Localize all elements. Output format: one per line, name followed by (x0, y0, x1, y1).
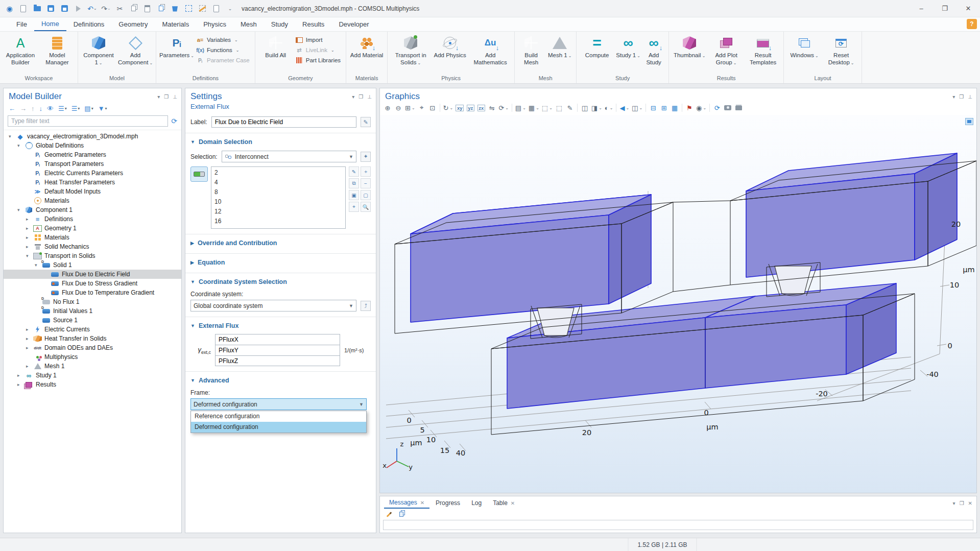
move-up-icon[interactable]: ↑ (31, 105, 35, 112)
tree-item-flux-due-to-electric-field[interactable]: Flux Due to Electric Field (4, 270, 181, 279)
flip-view-icon[interactable]: ⇋ (487, 103, 496, 113)
float-panel-icon[interactable]: ❐ (164, 94, 169, 100)
add-to-selection-icon[interactable]: ＋ (361, 166, 371, 177)
go-to-source-icon[interactable]: ⤴ (361, 301, 371, 311)
tree-item-flux-due-to-temperature-gradient[interactable]: Flux Due to Temperature Gradient (4, 288, 181, 297)
frame-option-reference[interactable]: Reference configuration (191, 411, 366, 422)
domain-list-item[interactable]: 8 (214, 187, 342, 197)
minimize-button[interactable]: – (910, 0, 933, 17)
tree-item-default-model-inputs[interactable]: Default Model Inputs (4, 187, 181, 196)
tab-log[interactable]: Log (466, 498, 487, 508)
pin-panel-icon[interactable]: ⊥ (968, 94, 972, 100)
maximize-button[interactable]: ❐ (933, 0, 957, 17)
create-selection-icon[interactable]: ✎ (349, 166, 359, 177)
tab-home[interactable]: Home (34, 17, 66, 31)
equation-header[interactable]: ▶Equation (190, 257, 371, 268)
play-menu-icon[interactable]: ◀⌄ (619, 103, 630, 113)
paste-icon[interactable] (143, 4, 152, 13)
redo-icon[interactable]: ↷⌄ (102, 4, 110, 13)
forward-icon[interactable]: → (20, 105, 27, 112)
tab-file[interactable]: File (9, 17, 34, 31)
new-file-icon[interactable] (19, 4, 28, 13)
tree-item-initial-values-1[interactable]: DInitial Values 1 (4, 306, 181, 316)
domain-list-item[interactable]: 16 (214, 217, 342, 226)
zoom-extents-icon[interactable]: ⌖ (417, 103, 426, 113)
view-yz-icon[interactable]: yz (466, 103, 475, 113)
domain-list-item[interactable]: 12 (214, 207, 342, 217)
thumbnail-button[interactable]: Thumbnail⌄ (671, 33, 708, 74)
selection-dropdown[interactable]: Interconnect▼ (222, 151, 356, 162)
mesh-1-button[interactable]: Mesh 1⌄ (545, 33, 574, 74)
clear-selection-icon[interactable]: ▢ (361, 190, 371, 200)
close-panel-icon[interactable]: ✕ (968, 500, 972, 506)
tab-mesh[interactable]: Mesh (233, 17, 264, 31)
tab-table[interactable]: Table✕ (488, 498, 520, 508)
tree-item-materials-component[interactable]: ▸Materials (4, 233, 181, 242)
run-icon[interactable] (74, 4, 83, 13)
selection-flag-icon[interactable]: ⚑ (685, 103, 694, 113)
part-libraries-button[interactable]: Part Libraries (295, 56, 341, 64)
transport-in-solids-button[interactable]: Transport in Solids⌄ (390, 33, 432, 74)
domain-list-item[interactable]: 4 (214, 178, 342, 187)
customize-toolbar-icon[interactable]: ⌄ (226, 4, 234, 13)
find-icon[interactable] (212, 4, 221, 13)
deselect-icon[interactable] (198, 4, 207, 13)
copy-icon[interactable] (397, 510, 405, 518)
flux-z-input[interactable] (215, 355, 340, 366)
tree-item-heat-transfer-parameters[interactable]: Heat Transfer Parameters (4, 178, 181, 187)
panel-menu-icon[interactable]: ▾ (953, 500, 955, 506)
tree-item-flux-due-to-stress-gradient[interactable]: Flux Due to Stress Gradient (4, 279, 181, 288)
add-study-button[interactable]: ∞↓Add Study (641, 33, 666, 74)
tree-item-electric-currents-parameters[interactable]: Electric Currents Parameters (4, 169, 181, 178)
add-plot-group-button[interactable]: Add Plot Group⌄ (708, 33, 745, 74)
flux-x-input[interactable] (215, 334, 340, 345)
tree-filter-input[interactable] (8, 115, 168, 127)
zoom-out-icon[interactable]: ⊖ (394, 103, 403, 113)
tab-study[interactable]: Study (264, 17, 295, 31)
deselect-icon[interactable]: 🔍 (361, 202, 371, 212)
move-down-icon[interactable]: ↓ (39, 105, 43, 112)
show-icon[interactable]: 👁 (47, 105, 54, 112)
box-select-icon[interactable]: ⬚ (555, 103, 564, 113)
tree-item-study-1[interactable]: ▸Study 1 (4, 371, 181, 380)
panel-menu-icon[interactable]: ▾ (157, 94, 160, 100)
pin-panel-icon[interactable]: ⊥ (173, 94, 177, 100)
active-toggle-button[interactable] (190, 166, 208, 182)
clear-icon[interactable] (385, 510, 393, 518)
rename-icon[interactable]: ✎ (361, 117, 371, 127)
tree-item-no-flux-1[interactable]: DNo Flux 1 (4, 297, 181, 306)
flux-y-input[interactable] (215, 345, 340, 355)
add-component-button[interactable]: Add Component⌄ (117, 33, 154, 74)
update-view-icon[interactable]: ⟳ (712, 103, 722, 113)
select-menu-icon[interactable]: ⬚⌄ (541, 103, 553, 113)
center-view-icon[interactable]: ⊡ (428, 103, 437, 113)
tree-item-multiphysics[interactable]: Multiphysics (4, 352, 181, 362)
print-icon[interactable] (734, 103, 743, 113)
rotate-menu-icon[interactable]: ⟳⌄ (498, 103, 509, 113)
duplicate-icon[interactable] (157, 4, 165, 13)
view-zx-icon[interactable]: zx (476, 103, 486, 113)
create-selection-icon[interactable]: ✦ (361, 152, 371, 162)
tree-item-component-1[interactable]: ▾Component 1 (4, 205, 181, 214)
cut-icon[interactable]: ✂ (115, 4, 124, 13)
external-flux-header[interactable]: ▼External Flux (190, 321, 371, 331)
zoom-in-icon[interactable]: ⊕ (383, 103, 392, 113)
copy-icon[interactable] (129, 4, 138, 13)
tree-item-source-1[interactable]: Source 1 (4, 316, 181, 325)
zoom-menu-icon[interactable]: ⊞⌄ (404, 103, 416, 113)
domain-list-item[interactable]: 2 (214, 168, 342, 178)
snapshot-icon[interactable] (723, 103, 732, 113)
transparency-icon[interactable]: ◫ (580, 103, 589, 113)
help-icon[interactable]: ? (967, 19, 977, 29)
split-vertical-icon[interactable]: ⊞ (659, 103, 668, 113)
close-tab-icon[interactable]: ✕ (511, 500, 515, 506)
tab-geometry[interactable]: Geometry (111, 17, 155, 31)
collapse-all-icon[interactable]: ☰▾ (71, 105, 80, 112)
coordinate-system-header[interactable]: ▼Coordinate System Selection (190, 277, 371, 287)
tree-item-root[interactable]: ▾◆vacancy_electromigration_3Dmodel.mph (4, 132, 181, 141)
tree-item-mesh-1[interactable]: ▸Mesh 1 (4, 362, 181, 371)
split-menu-icon[interactable]: ◫⌄ (631, 103, 643, 113)
tree-item-geometric-parameters[interactable]: Geometric Parameters (4, 150, 181, 159)
color-menu-icon[interactable]: ◉⌄ (696, 103, 707, 113)
frame-dropdown[interactable]: Deformed configuration▼ (190, 398, 367, 410)
